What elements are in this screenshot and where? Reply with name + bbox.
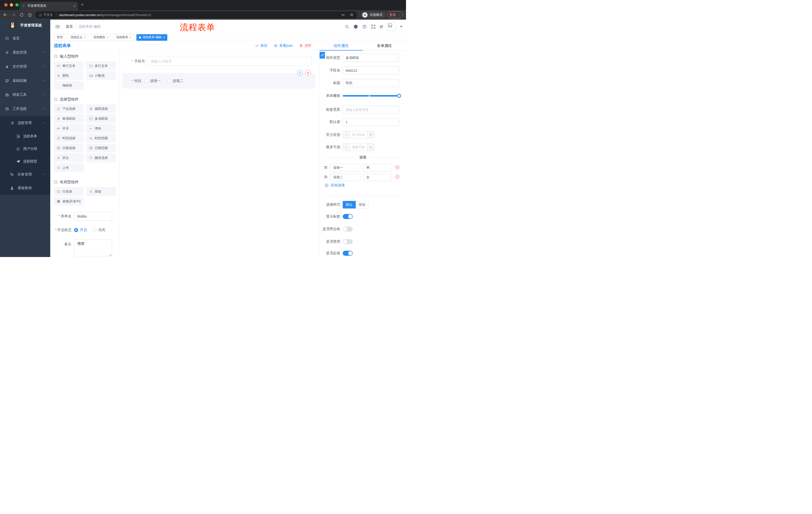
component-radio-group[interactable]: 单选框组 — [54, 114, 84, 123]
component-date-picker[interactable]: 日期选择 — [54, 143, 84, 153]
tag-process-form-edit[interactable]: 流程表单-编辑 × — [137, 34, 167, 41]
view-json-button[interactable]: 查看json — [274, 44, 293, 48]
component-editor[interactable]: 编辑器 — [54, 81, 84, 90]
sidebar-item-leave-query[interactable]: 请假查询 — [0, 181, 50, 195]
tag-close-icon[interactable]: × — [84, 36, 86, 39]
component-time-range[interactable]: 时间范围 — [86, 134, 116, 142]
required-toggle[interactable] — [343, 251, 353, 256]
tag-home[interactable]: 首页 — [54, 34, 65, 41]
help-icon[interactable] — [362, 24, 367, 29]
home-icon[interactable] — [28, 12, 32, 17]
component-color-picker[interactable]: 颜色选择 — [86, 154, 116, 162]
tag-close-icon[interactable]: × — [129, 36, 132, 39]
sidebar-item-process-form[interactable]: 流程表单 — [0, 130, 50, 142]
component-slider[interactable]: 滑块 — [86, 124, 116, 133]
copy-component-button[interactable] — [297, 70, 303, 76]
breadcrumb-home[interactable]: 首页 — [66, 24, 73, 29]
field-name-input[interactable] — [343, 66, 399, 75]
close-window-button[interactable] — [4, 3, 7, 6]
component-single-text[interactable]: 单行文本 — [54, 61, 84, 70]
font-size-icon[interactable]: tT — [380, 25, 383, 29]
option1-label-input[interactable] — [330, 164, 360, 171]
sidebar-item-process-mgmt[interactable]: 流程管理 — [0, 116, 50, 130]
tag-process-form[interactable]: 流程表单 × — [114, 34, 134, 41]
window-controls[interactable] — [4, 3, 19, 6]
component-rate[interactable]: 评分 — [54, 154, 84, 162]
component-switch[interactable]: 开关 — [54, 124, 84, 133]
component-type-select[interactable] — [343, 54, 399, 62]
save-button[interactable]: 保存 — [255, 44, 267, 48]
sidebar-item-devtools[interactable]: 研发工具 — [0, 88, 50, 102]
tab-close-icon[interactable]: × — [74, 4, 76, 8]
remove-option-button[interactable] — [395, 165, 400, 171]
radio-closed[interactable]: 关闭 — [92, 228, 105, 232]
sidebar-item-system[interactable]: 系统管理 — [0, 46, 50, 60]
avatar[interactable] — [387, 22, 396, 31]
checkbox-option1[interactable] — [144, 79, 148, 83]
component-upload[interactable]: 上传 — [54, 163, 84, 172]
drag-handle-icon[interactable] — [324, 175, 328, 180]
tab-form-props[interactable]: 表单属性 — [363, 41, 406, 50]
component-counter[interactable]: 123计数器 — [86, 71, 116, 80]
component-date-range[interactable]: 日期范围 — [86, 143, 116, 153]
fullscreen-icon[interactable] — [371, 24, 376, 29]
search-icon[interactable] — [345, 24, 349, 29]
min-select-input[interactable] — [350, 131, 367, 138]
selected-component-gender[interactable]: * 性别 选项一 选项二 — [122, 73, 315, 88]
border-toggle[interactable] — [343, 226, 353, 232]
max-select-input[interactable] — [350, 143, 367, 151]
remove-option-button[interactable] — [395, 174, 400, 180]
github-icon[interactable] — [353, 24, 358, 29]
maximize-window-button[interactable] — [15, 3, 19, 6]
avatar-caret-icon[interactable] — [400, 26, 403, 27]
show-label-toggle[interactable] — [343, 214, 353, 219]
stepper-minus-button[interactable]: − — [343, 143, 350, 151]
password-key-icon[interactable] — [341, 13, 345, 17]
component-row-container[interactable]: 行容器 — [54, 187, 84, 196]
default-value-input[interactable] — [343, 118, 399, 126]
component-checkbox-group[interactable]: 多选框组 — [86, 114, 116, 123]
label-width-input[interactable] — [343, 106, 399, 114]
checkbox-option2[interactable] — [167, 79, 171, 83]
sidebar-item-infra[interactable]: 基础设施 — [0, 74, 50, 88]
tag-close-icon[interactable]: × — [107, 36, 109, 39]
reload-icon[interactable] — [20, 13, 24, 17]
add-option-button[interactable]: 添加选项 — [325, 183, 345, 188]
stepper-plus-button[interactable]: + — [367, 131, 374, 138]
sidebar-item-workflow[interactable]: 工作流程 — [0, 102, 50, 116]
not-secure-badge[interactable]: 不安全 — [39, 13, 53, 17]
slider-handle[interactable] — [397, 94, 401, 98]
component-select[interactable]: 下拉选择 — [54, 104, 84, 113]
stepper-minus-button[interactable]: − — [343, 131, 350, 138]
component-type-value[interactable] — [343, 54, 399, 62]
sidebar-item-home[interactable]: 首页 — [0, 31, 50, 46]
component-time-picker[interactable]: 时间选择 — [54, 134, 84, 142]
browser-update-menu-button[interactable]: 更新 ⋮ — [387, 11, 403, 18]
form-grid-slider[interactable] — [343, 94, 399, 98]
back-icon[interactable] — [3, 12, 7, 17]
drag-handle-icon[interactable] — [324, 165, 328, 170]
option1-value-input[interactable] — [363, 164, 392, 171]
component-table[interactable]: 表格[开发中] — [54, 197, 84, 206]
title-input[interactable] — [343, 79, 399, 87]
minimize-window-button[interactable] — [10, 3, 13, 6]
phone-input[interactable] — [147, 57, 312, 65]
radio-open[interactable]: 开启 — [74, 228, 87, 232]
tag-process-model[interactable]: 流程模型 × — [91, 34, 111, 41]
disabled-toggle[interactable] — [343, 239, 353, 244]
form-name-input[interactable] — [74, 212, 112, 221]
component-cascader[interactable]: 级联选择 — [86, 104, 116, 113]
sidebar-logo-row[interactable]: 芋道管理系统 — [0, 20, 50, 31]
sidebar-item-user-group[interactable]: 用户分组 — [0, 142, 50, 155]
tag-close-icon[interactable]: × — [163, 36, 165, 39]
sidebar-item-task-mgmt[interactable]: 任务管理 — [0, 168, 50, 181]
sidebar-item-process-model[interactable]: 流程模型 — [0, 155, 50, 168]
bookmark-star-icon[interactable] — [350, 13, 354, 17]
address-bar[interactable]: 不安全 dashboard.yudao.iocoder.cn/bpm/manag… — [35, 11, 357, 18]
component-password[interactable]: 密码 — [54, 71, 84, 80]
style-default-button[interactable]: 默认 — [343, 201, 356, 209]
delete-component-button[interactable] — [305, 70, 311, 76]
component-multi-text[interactable]: 多行文本 — [86, 61, 116, 70]
option2-value-input[interactable] — [363, 173, 392, 181]
browser-tab[interactable]: 芋道管理系统 × — [19, 2, 78, 10]
